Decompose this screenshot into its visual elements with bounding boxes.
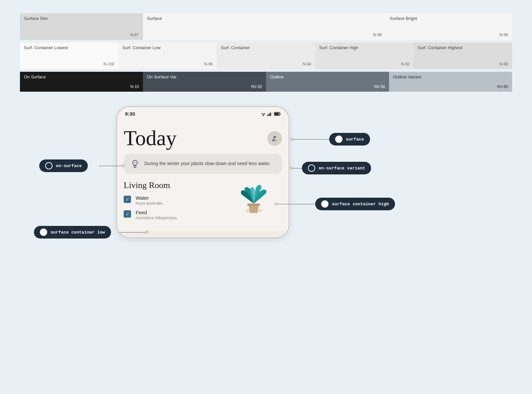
- task-name-0: Water: [136, 195, 162, 201]
- palette-cell-surface-bright: Surface Bright N-98: [386, 13, 512, 40]
- sclowest-code: N-100: [103, 62, 114, 66]
- annotation-dot-surface-container-high: [275, 203, 277, 205]
- tip-lightbulb-icon: [130, 159, 140, 168]
- phone-screen: Today During the winter your plants sl: [117, 119, 289, 231]
- surface-dim-label: Surface Dim: [24, 16, 139, 21]
- task-checkbox-0[interactable]: [124, 196, 131, 203]
- phone-header: Today: [124, 119, 282, 154]
- palette-cell-surface: Surface N-98: [143, 13, 386, 40]
- palette-row1: Surface Dim N-87 Surface N-98 Surface Br…: [20, 13, 512, 40]
- annotation-line-surface-container-high: [276, 204, 315, 204]
- palette-cell-outline-var: Outline Variant NV-80: [389, 72, 512, 92]
- surface-bright-label: Surface Bright: [390, 16, 508, 21]
- outline-var-label: Outline Variant: [393, 74, 508, 79]
- annotation-surface-container-high: surface container high: [315, 198, 395, 210]
- svg-rect-4: [269, 114, 270, 116]
- palette-row2: Surf. Container Lowest N-100 Surf. Conta…: [20, 43, 512, 69]
- sch-code: N-92: [401, 62, 410, 66]
- phone-today-title: Today: [124, 126, 177, 150]
- annotation-on-surface-variant: on-surface variant: [302, 162, 371, 174]
- task-plant-1: monstera siltepecana: [136, 215, 177, 220]
- surface-bright-code: N-98: [499, 33, 508, 37]
- palette-cell-on-surface: On Surface N-10: [20, 72, 143, 92]
- svg-rect-5: [270, 113, 271, 116]
- annotation-circle-on-surface: [45, 162, 53, 169]
- phone-mockup-container: 9:30: [116, 106, 296, 238]
- palette-section: Surface Dim N-87 Surface N-98 Surface Br…: [20, 13, 512, 92]
- plant-illustration: [235, 170, 272, 214]
- palette-cell-sch: Surf. Container High N-92: [315, 43, 414, 69]
- battery-icon: [274, 112, 281, 116]
- outline-var-code: NV-80: [497, 84, 508, 89]
- on-surface-label: On Surface: [24, 74, 139, 79]
- svg-rect-9: [275, 113, 279, 115]
- annotation-line-surface: [292, 139, 329, 140]
- annotation-dot-surface: [291, 138, 293, 141]
- annotation-surface-container-low: surface container low: [34, 226, 111, 239]
- annotation-label-surface-container-low: surface container low: [51, 230, 105, 235]
- schighest-code: N-90: [499, 62, 508, 66]
- annotation-circle-surface-container-low: [40, 229, 47, 236]
- palette-row3: On Surface N-10 On Surface Var. NV-30 Ou…: [20, 72, 512, 92]
- living-room-section: Living Room Water hoya australis Feed: [124, 180, 282, 220]
- on-surface-var-code: NV-30: [251, 84, 262, 89]
- annotation-surface: surface: [329, 133, 370, 146]
- on-surface-var-label: On Surface Var.: [147, 74, 262, 79]
- annotation-dot-on-surface: [122, 164, 124, 167]
- annotation-dot-on-surface-variant: [290, 167, 293, 169]
- palette-cell-schighest: Surf. Container Highest N-90: [414, 43, 512, 69]
- surface-code: N-98: [373, 33, 382, 37]
- task-name-1: Feed: [136, 210, 177, 215]
- phone-avatar[interactable]: [267, 131, 282, 146]
- sc-code: N-94: [303, 62, 311, 66]
- sclow-code: N-96: [204, 62, 213, 66]
- wifi-icon: [261, 112, 266, 116]
- task-checkbox-1[interactable]: [124, 210, 131, 218]
- palette-cell-sc: Surf. Container N-94: [217, 43, 315, 69]
- sclow-label: Surf. Container Low: [122, 45, 213, 50]
- sclowest-label: Surf. Container Lowest: [24, 45, 114, 50]
- annotation-dot-surface-container-low: [146, 231, 148, 234]
- on-surface-code: N-10: [130, 84, 139, 89]
- annotation-line-surface-container-low: [120, 232, 146, 233]
- surface-label: Surface: [147, 16, 382, 21]
- task-plant-0: hoya australis: [136, 201, 162, 206]
- svg-rect-14: [247, 204, 260, 206]
- annotation-circle-surface-container-high: [321, 200, 329, 208]
- palette-cell-surface-dim: Surface Dim N-87: [20, 13, 143, 40]
- sc-label: Surf. Container: [221, 45, 311, 50]
- tip-text: During the winter your plants slow down …: [144, 160, 271, 167]
- phone-frame: 9:30: [116, 106, 289, 238]
- outline-code: NV-50: [374, 84, 385, 89]
- annotation-line-on-surface: [99, 166, 122, 166]
- phone-status-bar: 9:30: [117, 107, 289, 119]
- outline-label: Outline: [270, 74, 385, 79]
- task-text-1: Feed monstera siltepecana: [136, 210, 177, 220]
- palette-cell-outline: Outline NV-50: [266, 72, 389, 92]
- annotation-label-on-surface: on-surface: [56, 163, 82, 168]
- task-text-0: Water hoya australis: [136, 195, 162, 206]
- schighest-label: Surf. Container Highest: [418, 45, 508, 50]
- annotation-on-surface: on-surface: [39, 159, 88, 172]
- palette-cell-sclowest: Surf. Container Lowest N-100: [20, 43, 118, 69]
- svg-rect-3: [267, 115, 268, 116]
- svg-point-10: [273, 136, 276, 139]
- surface-dim-code: N-87: [130, 33, 139, 37]
- sch-label: Surf. Container High: [319, 45, 410, 50]
- annotation-label-surface-container-high: surface container high: [332, 202, 389, 207]
- svg-rect-6: [271, 112, 272, 116]
- svg-point-12: [134, 162, 136, 163]
- avatar-icon: [271, 135, 279, 143]
- annotation-line-on-surface-variant: [292, 168, 302, 168]
- annotation-circle-on-surface-variant: [308, 164, 315, 172]
- signal-icon: [267, 112, 273, 116]
- annotation-label-on-surface-variant: on-surface variant: [319, 166, 365, 171]
- phone-time: 9:30: [125, 111, 135, 117]
- palette-cell-on-surface-var: On Surface Var. NV-30: [143, 72, 266, 92]
- palette-cell-sclow: Surf. Container Low N-96: [118, 43, 217, 69]
- svg-rect-8: [280, 113, 281, 115]
- annotation-label-surface: surface: [346, 137, 364, 142]
- annotation-circle-surface: [335, 136, 342, 143]
- phone-status-icons: [261, 112, 281, 116]
